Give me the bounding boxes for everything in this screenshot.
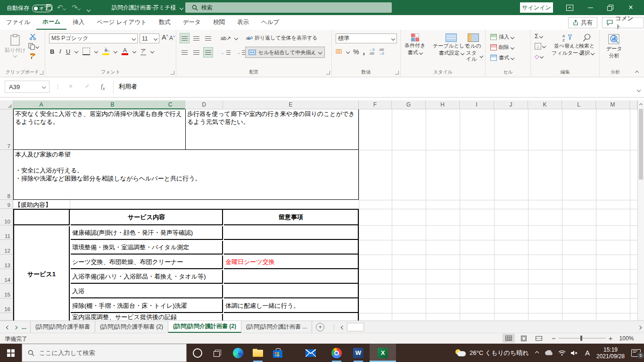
zoom-out-button[interactable]: − [552,334,556,342]
fill-color-chevron[interactable] [114,49,117,53]
notification-center-button[interactable]: 5 [628,344,644,362]
cell-family-hopes[interactable]: 本人及び家族の希望 ・安全に入浴が行える。 ・掃除や洗濯など困難な部分を相談しな… [13,150,359,200]
delete-cells-button[interactable]: 削除 [490,44,514,51]
ribbon-display-options-button[interactable] [560,0,579,15]
align-right-button[interactable] [204,48,213,57]
cell-service-4[interactable]: 入浴準備(湯ハリ・入浴部品・着換え・タオル等) [71,270,223,284]
cell-note-5[interactable] [224,285,358,298]
row-header-7[interactable]: 7 [0,109,13,150]
format-painter-button[interactable] [29,52,36,60]
cut-button[interactable] [29,33,36,41]
sheet-tab-4[interactable]: (訪問)訪問介護計画書 ... [241,321,312,333]
decrease-font-button[interactable]: A˅ [169,34,175,41]
row-header-13[interactable]: 13 [0,255,13,269]
cell-goal-right[interactable]: 歩行器を使って廊下や室内の行き来や身の回りのことができるよう元気で居たい。 [186,109,359,150]
zoom-slider[interactable] [559,338,606,338]
column-header-D[interactable]: D [185,100,223,109]
close-button[interactable]: × [621,0,640,15]
restore-button[interactable] [601,0,619,15]
store-button[interactable] [268,344,288,362]
tab-data[interactable]: データ [177,16,207,30]
font-color-chevron[interactable] [132,49,136,53]
cell-header-service[interactable]: サービス内容 [71,210,223,225]
cell-service-5[interactable]: 入浴 [71,285,223,298]
underline-options-chevron[interactable] [74,49,78,53]
column-header-E[interactable]: E [223,100,359,109]
quick-access-customize-button[interactable] [87,6,90,13]
column-header-B[interactable]: B [70,100,156,109]
accounting-format-chevron[interactable] [346,50,350,54]
select-all-corner[interactable] [0,100,13,109]
cell-note-3[interactable]: 金曜日シーツ交換 [224,255,358,269]
tabbar-splitter[interactable]: ⋮ [331,324,337,330]
autosave-toggle[interactable]: 自動保存 オフ [7,4,52,12]
column-header-C[interactable]: C [156,100,185,109]
word-button[interactable]: W [348,344,369,362]
row-header-12[interactable]: 12 [0,240,13,255]
document-title[interactable]: 訪問介護計画書-芥ミチ様 [112,4,183,12]
name-box[interactable]: A39 [5,81,50,93]
signin-button[interactable]: サインイン [520,2,553,13]
align-center-button[interactable] [192,48,201,57]
row-header-8[interactable]: 8 [0,150,13,200]
format-cells-button[interactable]: 書式 [490,54,514,61]
column-header-K[interactable]: K [528,100,562,109]
phonetic-guide-button[interactable]: ア [140,48,146,55]
sheet-prev-button[interactable] [7,324,9,330]
redo-button[interactable]: ↷ [72,3,80,12]
font-name-select[interactable]: MS Pゴシック [49,33,138,43]
bold-button[interactable]: B [50,48,54,55]
align-top-button[interactable] [180,33,189,43]
cell-note-1[interactable] [224,226,358,240]
tab-formulas[interactable]: 数式 [153,16,177,30]
enter-icon[interactable]: ✓ [85,82,90,90]
hscroll-left-button[interactable] [341,324,344,330]
view-page-break-button[interactable] [533,334,545,343]
cell-service-2[interactable]: 環境整備・換気・室温調整・バイタル測定 [71,241,223,255]
mail-button[interactable] [301,344,321,362]
cell-service-1[interactable]: 健康確認(声掛け・顔色・発汗・発声等確認) [71,226,223,240]
collapse-ribbon-button[interactable] [636,69,638,75]
wrap-text-button[interactable]: ab 折り返して全体を表示する [246,34,318,41]
expand-formula-bar-button[interactable] [637,85,640,93]
number-dialog-launcher[interactable] [395,71,399,74]
merge-center-button[interactable]: セルを結合して中央揃え [245,47,325,58]
cell-section-title[interactable]: 【援助内容】 [13,200,107,209]
save-button[interactable] [46,4,53,12]
orientation-button[interactable]: ab↗ [219,33,232,43]
minimize-button[interactable] [581,0,600,15]
row-header-15[interactable]: 15 [0,284,13,298]
horizontal-scroll-thumb[interactable] [347,323,364,331]
align-middle-button[interactable] [192,33,201,43]
task-view-button[interactable] [207,344,227,362]
view-page-layout-button[interactable] [518,334,530,343]
formula-input[interactable]: 利用者 [119,82,137,91]
cell-note-7[interactable] [224,314,358,321]
column-header-partial[interactable] [630,100,637,109]
percent-style-button[interactable]: % [353,48,359,56]
row-header-11[interactable]: 11 [0,225,13,240]
row-header-9[interactable]: 9 [0,200,13,209]
conditional-formatting-button[interactable]: 条件付き 書式 [402,32,428,56]
wifi-icon[interactable] [555,344,569,362]
clock[interactable]: 15:19 2021/09/28 [593,344,628,362]
onedrive-icon[interactable] [542,344,555,362]
sheet-tab-1[interactable]: (訪問)訪問介護手順書 [31,321,95,333]
font-color-button[interactable]: A [122,48,128,55]
tab-help[interactable]: ヘルプ [255,16,285,30]
column-header-M[interactable]: M [596,100,630,109]
clipboard-dialog-launcher[interactable] [40,71,43,74]
cell-note-6[interactable]: 体調に配慮し一緒に行う。 [224,299,358,313]
undo-button[interactable]: ↶ [57,3,66,12]
fill-color-button[interactable] [102,48,109,55]
row-header-10[interactable]: 10 [0,209,13,225]
align-bottom-button[interactable] [204,33,213,43]
hscroll-right-button[interactable] [638,324,641,330]
analyze-data-button[interactable]: データ 分析 [603,32,625,59]
zoom-level[interactable]: 100% [619,335,634,342]
scroll-up-button[interactable] [638,100,644,108]
tray-expand-button[interactable] [531,344,543,362]
volume-muted-icon[interactable] [568,344,581,362]
vertical-scrollbar[interactable] [637,100,644,321]
row-header-16[interactable]: 16 [0,298,13,313]
